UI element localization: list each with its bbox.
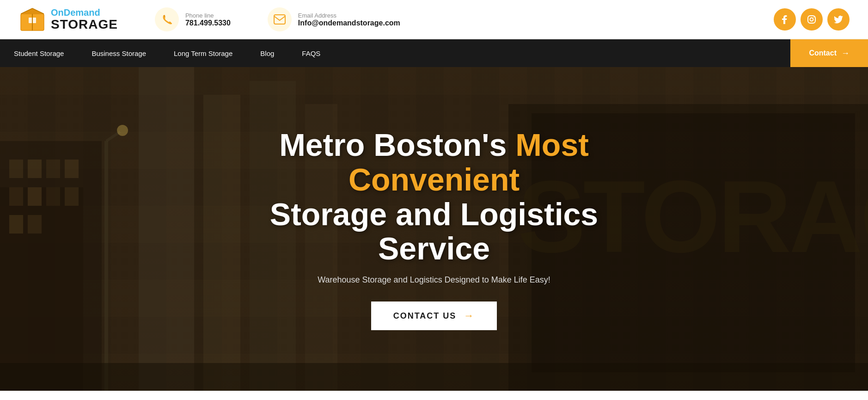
phone-info: Phone line 781.499.5330 <box>185 12 231 27</box>
phone-contact-block: Phone line 781.499.5330 <box>155 7 231 31</box>
phone-label: Phone line <box>185 12 231 19</box>
svg-rect-6 <box>274 15 285 24</box>
nav-items: Student Storage Business Storage Long Te… <box>0 39 790 67</box>
phone-value: 781.499.5330 <box>185 19 231 27</box>
cta-arrow-icon: → <box>464 310 475 322</box>
email-label: Email Address <box>298 12 400 19</box>
nav-blog[interactable]: Blog <box>246 39 288 67</box>
nav-student-storage[interactable]: Student Storage <box>0 39 78 67</box>
hero-title-part1: Metro Boston's <box>279 127 515 162</box>
nav-contact-arrow: → <box>841 49 850 58</box>
svg-point-8 <box>810 18 813 21</box>
email-contact-block: Email Address Info@ondemandstorage.com <box>268 7 400 31</box>
nav-business-storage[interactable]: Business Storage <box>78 39 160 67</box>
svg-point-9 <box>813 17 814 18</box>
email-value: Info@ondemandstorage.com <box>298 19 400 27</box>
site-header: OnDemand STORAGE Phone line 781.499.5330… <box>0 0 868 39</box>
nav-contact-button[interactable]: Contact → <box>790 39 868 67</box>
contact-us-button[interactable]: CONTACT US → <box>371 302 497 330</box>
instagram-button[interactable] <box>801 8 823 31</box>
logo[interactable]: OnDemand STORAGE <box>18 6 118 33</box>
logo-brand-bottom: STORAGE <box>51 18 118 32</box>
nav-faqs[interactable]: FAQS <box>288 39 334 67</box>
hero-subtitle: Warehouse Storage and Logistics Designed… <box>245 275 623 285</box>
logo-text: OnDemand STORAGE <box>51 7 118 32</box>
twitter-button[interactable] <box>827 8 850 31</box>
logo-brand-top: OnDemand <box>51 7 118 18</box>
phone-icon <box>155 7 179 31</box>
nav-long-term-storage[interactable]: Long Term Storage <box>160 39 246 67</box>
nav-contact-label: Contact <box>809 49 837 57</box>
email-icon <box>268 7 292 31</box>
hero-title-part2: Storage and Logistics Service <box>270 197 598 266</box>
svg-marker-1 <box>21 8 44 14</box>
social-icons <box>774 8 850 31</box>
cta-label: CONTACT US <box>393 311 457 321</box>
logo-icon <box>18 6 46 33</box>
email-info: Email Address Info@ondemandstorage.com <box>298 12 400 27</box>
hero-title: Metro Boston's Most Convenient Storage a… <box>245 128 623 266</box>
hero-content: Metro Boston's Most Convenient Storage a… <box>226 128 642 330</box>
hero-section: STORAGE Metro Boston's Most Convenient S… <box>0 67 868 391</box>
facebook-button[interactable] <box>774 8 796 31</box>
main-nav: Student Storage Business Storage Long Te… <box>0 39 868 67</box>
